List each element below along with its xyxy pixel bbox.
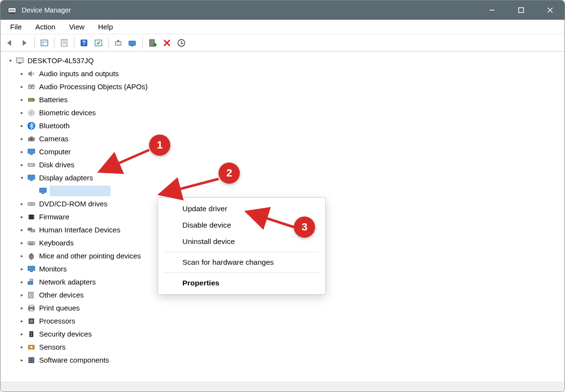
update-driver-button[interactable] bbox=[111, 36, 125, 50]
chevron-right-icon[interactable]: ▸ bbox=[18, 252, 26, 260]
tree-item-sensors[interactable]: ▸ Sensors bbox=[4, 340, 565, 353]
chevron-down-icon[interactable]: ▾ bbox=[6, 57, 14, 65]
minimize-button[interactable] bbox=[478, 0, 507, 20]
tree-item-display-adapter-child[interactable] bbox=[4, 184, 565, 197]
tree-item-disk-drives[interactable]: ▸ Disk drives bbox=[4, 158, 565, 171]
svg-rect-21 bbox=[131, 45, 134, 46]
tree-item-bluetooth[interactable]: ▸ Bluetooth bbox=[4, 119, 565, 132]
chip-icon bbox=[27, 212, 36, 222]
menu-file[interactable]: File bbox=[4, 21, 28, 33]
chevron-right-icon[interactable]: ▸ bbox=[18, 135, 26, 143]
svg-rect-60 bbox=[30, 243, 31, 243]
close-button[interactable] bbox=[536, 0, 565, 20]
tree-root[interactable]: ▾ DESKTOP-4L537JQ bbox=[4, 54, 565, 67]
chevron-right-icon[interactable]: ▸ bbox=[18, 265, 26, 273]
keyboard-icon bbox=[27, 238, 36, 248]
chevron-right-icon[interactable]: ▸ bbox=[18, 83, 26, 91]
svg-rect-12 bbox=[61, 40, 67, 46]
mouse-icon bbox=[27, 251, 36, 261]
properties-button[interactable] bbox=[57, 36, 71, 50]
show-hide-console-tree-button[interactable] bbox=[38, 36, 51, 50]
tree-item-biometric[interactable]: ▸ Biometric devices bbox=[4, 106, 565, 119]
svg-rect-46 bbox=[41, 193, 44, 194]
chevron-right-icon[interactable]: ▸ bbox=[18, 278, 26, 286]
menu-help[interactable]: Help bbox=[92, 21, 119, 33]
svg-rect-20 bbox=[129, 41, 136, 45]
scan-hardware-button[interactable] bbox=[126, 36, 139, 50]
svg-rect-40 bbox=[30, 154, 33, 155]
nav-back-button[interactable] bbox=[3, 36, 17, 50]
tree-item-audio-processing[interactable]: ▸ Audio Processing Objects (APOs) bbox=[4, 80, 565, 93]
chevron-right-icon[interactable]: ▸ bbox=[18, 96, 26, 104]
chevron-right-icon[interactable]: ▸ bbox=[18, 213, 26, 221]
context-menu-separator bbox=[164, 252, 319, 252]
svg-rect-1 bbox=[10, 13, 14, 14]
chevron-right-icon[interactable]: ▸ bbox=[18, 304, 26, 312]
svg-rect-9 bbox=[41, 40, 48, 46]
printer-icon bbox=[27, 303, 36, 313]
chevron-right-icon[interactable]: ▸ bbox=[18, 200, 26, 208]
chevron-right-icon[interactable]: ▸ bbox=[18, 148, 26, 156]
svg-point-42 bbox=[33, 164, 34, 165]
enable-device-button[interactable] bbox=[146, 36, 159, 50]
svg-rect-27 bbox=[16, 58, 23, 63]
tree-item-security[interactable]: ▸ Security devices bbox=[4, 327, 565, 340]
tree-item-display-adapters[interactable]: ▾ Display adapters bbox=[4, 171, 565, 184]
chevron-right-icon[interactable]: ▸ bbox=[18, 122, 26, 130]
context-menu: Update driver Disable device Uninstall d… bbox=[158, 197, 326, 295]
help-button[interactable]: ? bbox=[77, 36, 91, 50]
monitor-icon bbox=[27, 264, 36, 274]
toolbar: ? bbox=[0, 34, 565, 52]
svg-point-2 bbox=[10, 10, 11, 11]
tree-item-cameras[interactable]: ▸ Cameras bbox=[4, 132, 565, 145]
tree-item-audio-inputs[interactable]: ▸ Audio inputs and outputs bbox=[4, 67, 565, 80]
disable-device-button[interactable] bbox=[175, 36, 188, 50]
chevron-right-icon[interactable]: ▸ bbox=[18, 70, 26, 78]
action-list-button[interactable] bbox=[92, 36, 105, 50]
chevron-right-icon[interactable]: ▸ bbox=[18, 356, 26, 364]
svg-rect-84 bbox=[32, 358, 33, 360]
context-menu-separator bbox=[164, 272, 319, 273]
tree-item-computer[interactable]: ▸ Computer bbox=[4, 145, 565, 158]
statusbar bbox=[0, 382, 565, 392]
nav-forward-button[interactable] bbox=[18, 36, 31, 50]
chevron-right-icon[interactable]: ▸ bbox=[18, 226, 26, 234]
app-icon bbox=[6, 4, 18, 16]
tree-item-print-queues[interactable]: ▸ Print queues bbox=[4, 301, 565, 314]
svg-rect-39 bbox=[28, 149, 35, 153]
speaker-icon bbox=[27, 69, 36, 79]
context-menu-uninstall-device[interactable]: Uninstall device bbox=[158, 233, 325, 250]
chevron-right-icon[interactable]: ▸ bbox=[18, 330, 26, 338]
camera-icon bbox=[27, 134, 36, 144]
chevron-right-icon[interactable]: ▸ bbox=[18, 343, 26, 351]
svg-rect-49 bbox=[29, 215, 34, 219]
svg-rect-44 bbox=[30, 180, 33, 181]
tree-item-batteries[interactable]: ▸ Batteries bbox=[4, 93, 565, 106]
chevron-right-icon[interactable]: ▸ bbox=[18, 109, 26, 117]
cpu-icon bbox=[27, 316, 36, 326]
menu-action[interactable]: Action bbox=[29, 21, 61, 33]
maximize-button[interactable] bbox=[507, 0, 536, 20]
svg-text:?: ? bbox=[82, 40, 85, 46]
svg-rect-82 bbox=[28, 357, 34, 363]
display-adapter-icon bbox=[27, 173, 36, 183]
context-menu-update-driver[interactable]: Update driver bbox=[158, 201, 325, 217]
chevron-right-icon[interactable]: ▸ bbox=[18, 291, 26, 299]
chevron-right-icon[interactable]: ▸ bbox=[18, 317, 26, 325]
sensor-icon bbox=[27, 342, 36, 352]
uninstall-device-button[interactable] bbox=[160, 36, 174, 50]
chevron-right-icon[interactable]: ▸ bbox=[18, 161, 26, 169]
tree-item-software-components[interactable]: ▸ Software components bbox=[4, 353, 565, 366]
svg-rect-6 bbox=[519, 8, 524, 13]
tree-item-processors[interactable]: ▸ Processors bbox=[4, 314, 565, 327]
svg-rect-79 bbox=[31, 335, 32, 336]
menu-view[interactable]: View bbox=[63, 21, 90, 33]
optical-drive-icon bbox=[27, 199, 36, 209]
svg-rect-86 bbox=[32, 361, 33, 362]
chevron-right-icon[interactable]: ▸ bbox=[18, 239, 26, 247]
context-menu-properties[interactable]: Properties bbox=[158, 275, 325, 291]
context-menu-disable-device[interactable]: Disable device bbox=[158, 217, 325, 233]
chevron-down-icon[interactable]: ▾ bbox=[18, 174, 26, 182]
svg-rect-76 bbox=[30, 320, 33, 323]
context-menu-scan-hardware[interactable]: Scan for hardware changes bbox=[158, 254, 325, 270]
